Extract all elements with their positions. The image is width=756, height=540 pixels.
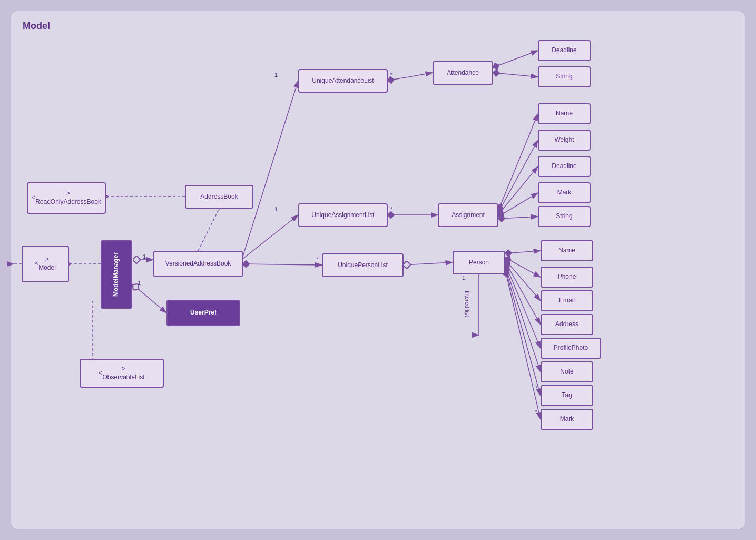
svg-line-19: [498, 193, 538, 217]
svg-line-13: [493, 51, 538, 67]
box-person: Person: [453, 251, 505, 274]
diagram-container: Model: [11, 11, 745, 529]
box-tag-person: Tag: [541, 385, 593, 406]
svg-line-16: [498, 114, 538, 210]
box-model-manager: ModelManager: [101, 240, 132, 309]
box-string-att: String: [538, 66, 591, 87]
box-phone-person: Phone: [541, 267, 593, 288]
box-mark-person: Mark: [541, 409, 593, 430]
svg-line-17: [498, 140, 538, 212]
box-profilephoto-person: ProfilePhoto: [541, 338, 601, 359]
svg-line-29: [505, 270, 541, 419]
box-note-person: Note: [541, 361, 593, 382]
label-1-assignment: 1: [274, 206, 278, 212]
box-interface-model: <>Model: [22, 246, 69, 282]
label-star-tag: *: [535, 385, 537, 391]
box-weight-assign: Weight: [538, 130, 591, 151]
filtered-list-label: filtered list: [464, 291, 470, 317]
svg-line-11: [243, 264, 322, 265]
box-unique-assignment: UniqueAssignmentList: [298, 203, 388, 227]
svg-line-25: [505, 262, 541, 325]
box-unique-attendance: UniqueAttendanceList: [298, 69, 388, 93]
box-deadline-att: Deadline: [538, 40, 591, 61]
svg-line-8: [198, 209, 219, 251]
label-star-assignment: *: [390, 206, 392, 212]
svg-line-9: [243, 81, 298, 256]
svg-line-18: [498, 166, 538, 214]
label-star-person: *: [317, 256, 319, 262]
box-address-book: AddressBook: [185, 185, 253, 209]
label-1-userpref: 1: [138, 280, 141, 286]
svg-line-27: [505, 266, 541, 372]
box-name-assign: Name: [538, 103, 591, 124]
label-1-filtered: 1: [462, 274, 465, 281]
svg-line-21: [404, 262, 453, 265]
label-1-attendance: 1: [274, 72, 278, 78]
svg-line-12: [388, 73, 433, 81]
label-star-attendance: *: [390, 72, 392, 78]
svg-line-26: [505, 264, 541, 348]
label-star-mark: *: [535, 409, 537, 415]
box-mark-assign: Mark: [538, 182, 591, 203]
box-userpref: UserPref: [166, 300, 240, 326]
svg-line-20: [498, 217, 538, 219]
box-name-person: Name: [541, 240, 593, 261]
box-observable-list: <>ObservableList: [80, 359, 164, 388]
box-assignment: Assignment: [438, 203, 498, 227]
box-attendance: Attendance: [433, 61, 493, 85]
svg-line-14: [493, 73, 538, 77]
label-1-versioned: 1: [143, 253, 146, 260]
svg-line-23: [505, 258, 541, 277]
box-readonly-ab: <>ReadOnlyAddressBook: [27, 182, 106, 214]
box-unique-person: UniquePersonList: [322, 253, 404, 277]
box-deadline-assign: Deadline: [538, 156, 591, 177]
box-versioned-ab: VersionedAddressBook: [153, 251, 243, 277]
svg-line-6: [133, 285, 166, 313]
box-address-person: Address: [541, 314, 593, 335]
svg-line-22: [505, 251, 541, 253]
diagram-title: Model: [23, 21, 50, 32]
box-email-person: Email: [541, 290, 593, 311]
svg-line-28: [505, 268, 541, 396]
svg-line-24: [505, 260, 541, 301]
svg-line-10: [243, 215, 298, 259]
box-string-assign: String: [538, 206, 591, 227]
